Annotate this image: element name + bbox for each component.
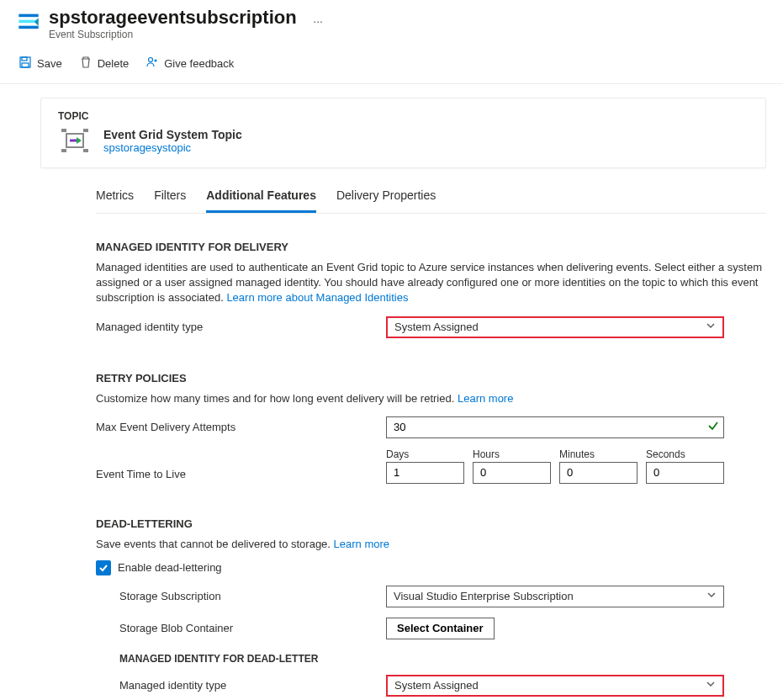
- max-attempts-label: Max Event Delivery Attempts: [96, 421, 386, 433]
- chevron-down-icon: [706, 679, 716, 692]
- checkmark-icon: [707, 420, 719, 434]
- save-button[interactable]: Save: [17, 52, 64, 75]
- tab-bar: Metrics Filters Additional Features Deli…: [96, 183, 766, 214]
- managed-identity-type-label: Managed identity type: [96, 321, 386, 333]
- managed-identity-desc: Managed identities are used to authentic…: [96, 260, 766, 306]
- dead-letter-desc: Save events that cannot be delivered to …: [96, 537, 766, 552]
- svg-point-7: [155, 60, 156, 61]
- managed-identity-learn-more-link[interactable]: Learn more about Managed Identities: [226, 291, 408, 304]
- ttl-seconds-label: Seconds: [646, 448, 724, 460]
- managed-identity-type-select[interactable]: System Assigned: [386, 316, 724, 338]
- dead-letter-mi-type-label: Managed identity type: [119, 679, 386, 692]
- topic-card: TOPIC Event Grid System Topic spstorages…: [40, 98, 766, 168]
- storage-subscription-select[interactable]: Visual Studio Enterprise Subscription: [386, 586, 724, 607]
- feedback-icon: [145, 56, 159, 72]
- feedback-label: Give feedback: [164, 57, 234, 70]
- ttl-minutes-label: Minutes: [559, 448, 638, 460]
- more-actions-button[interactable]: ···: [313, 14, 323, 28]
- ttl-minutes-input[interactable]: [559, 462, 638, 484]
- topic-link[interactable]: spstoragesystopic: [103, 141, 242, 154]
- tab-delivery-properties[interactable]: Delivery Properties: [336, 183, 436, 213]
- svg-rect-2: [19, 26, 38, 29]
- dead-letter-mi-type-select[interactable]: System Assigned: [386, 675, 724, 697]
- storage-container-label: Storage Blob Container: [119, 622, 386, 634]
- topic-name: Event Grid System Topic: [103, 128, 242, 141]
- delete-label: Delete: [98, 57, 130, 70]
- ttl-seconds-input[interactable]: [646, 462, 724, 484]
- tab-metrics[interactable]: Metrics: [96, 183, 134, 213]
- max-attempts-input[interactable]: [386, 416, 724, 438]
- storage-subscription-label: Storage Subscription: [119, 590, 386, 602]
- retry-desc: Customize how many times and for how lon…: [96, 391, 766, 406]
- page-subtitle: Event Subscription: [49, 29, 766, 40]
- enable-dead-lettering-checkbox[interactable]: [96, 560, 111, 575]
- delete-button[interactable]: Delete: [77, 52, 131, 75]
- retry-learn-more-link[interactable]: Learn more: [458, 392, 513, 405]
- save-label: Save: [37, 57, 62, 70]
- svg-point-6: [149, 58, 153, 62]
- tab-additional-features[interactable]: Additional Features: [206, 183, 316, 213]
- svg-rect-4: [22, 57, 27, 61]
- dead-letter-mi-type-value: System Assigned: [394, 679, 479, 692]
- ttl-days-input[interactable]: [386, 462, 464, 484]
- select-container-button[interactable]: Select Container: [386, 618, 495, 639]
- toolbar: Save Delete Give feedback: [0, 44, 783, 84]
- ttl-days-label: Days: [386, 448, 464, 460]
- event-grid-topic-icon: [58, 125, 92, 156]
- page-title: spstorageeventsubscription: [49, 7, 297, 29]
- ttl-hours-label: Hours: [473, 448, 551, 460]
- feedback-button[interactable]: Give feedback: [144, 52, 235, 75]
- retry-section-title: RETRY POLICIES: [96, 372, 766, 384]
- chevron-down-icon: [706, 321, 716, 333]
- svg-rect-0: [19, 14, 38, 18]
- save-icon: [19, 56, 32, 72]
- dead-letter-mi-title: MANAGED IDENTITY FOR DEAD-LETTER: [119, 653, 766, 665]
- trash-icon: [79, 56, 93, 72]
- storage-subscription-value: Visual Studio Enterprise Subscription: [394, 590, 574, 602]
- dead-letter-learn-more-link[interactable]: Learn more: [334, 538, 389, 550]
- event-subscription-icon: [17, 10, 40, 34]
- ttl-hours-input[interactable]: [473, 462, 551, 484]
- tab-filters[interactable]: Filters: [154, 183, 186, 213]
- enable-dead-lettering-label: Enable dead-lettering: [118, 561, 222, 574]
- chevron-down-icon: [706, 590, 717, 602]
- managed-identity-type-value: System Assigned: [394, 321, 479, 333]
- svg-rect-5: [22, 63, 29, 67]
- managed-identity-section-title: MANAGED IDENTITY FOR DELIVERY: [96, 241, 766, 253]
- dead-letter-section-title: DEAD-LETTERING: [96, 517, 766, 530]
- ttl-label: Event Time to Live: [96, 468, 386, 484]
- topic-card-label: TOPIC: [58, 110, 749, 122]
